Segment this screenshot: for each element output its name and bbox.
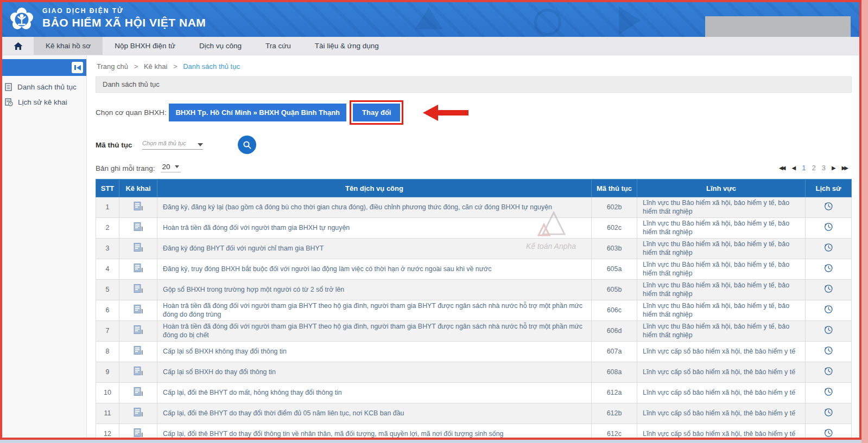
sidebar-collapse-button[interactable] bbox=[72, 62, 83, 73]
page-size-control: Bản ghi mỗi trang: 20 bbox=[96, 163, 181, 172]
table-row: 4 Đăng ký, truy đóng BHXH bắt buộc đối v… bbox=[96, 259, 852, 280]
row-name: Cấp lại, đổi thẻ BHYT do thay đổi thời đ… bbox=[157, 403, 592, 424]
col-header-stt: STT bbox=[96, 179, 119, 197]
breadcrumb-ke-khai[interactable]: Kê khai bbox=[144, 62, 167, 70]
app-titles: GIAO DỊCH ĐIỆN TỬ BẢO HIỂM XÃ HỘI VIỆT N… bbox=[42, 7, 206, 29]
declare-form-icon[interactable] bbox=[133, 366, 144, 376]
table-row: 10 Cấp lại, đổi thẻ BHYT do mất, hỏng kh… bbox=[96, 383, 852, 403]
history-document-icon bbox=[5, 98, 13, 106]
pagination-page-2[interactable]: 2 bbox=[812, 164, 815, 172]
pagination-first-button[interactable]: ◀◀ bbox=[779, 165, 785, 171]
history-icon[interactable] bbox=[823, 263, 833, 273]
table-row: 2 Hoàn trả tiền đã đóng đối với người th… bbox=[96, 218, 852, 239]
nav-item-dich-vu-cong[interactable]: Dịch vụ công bbox=[187, 37, 254, 55]
row-field: Lĩnh vực thu Bảo hiểm xã hội, bảo hiểm y… bbox=[637, 321, 806, 342]
search-icon bbox=[243, 140, 252, 150]
row-stt: 6 bbox=[96, 300, 119, 321]
history-icon[interactable] bbox=[823, 428, 833, 438]
history-icon[interactable] bbox=[823, 201, 833, 211]
pagination-page-1[interactable]: 1 bbox=[802, 164, 806, 172]
history-icon[interactable] bbox=[823, 242, 833, 252]
row-stt: 7 bbox=[96, 321, 119, 342]
declare-form-icon[interactable] bbox=[133, 284, 144, 294]
panel-title: Danh sách thủ tục bbox=[96, 76, 852, 93]
declare-form-icon[interactable] bbox=[133, 222, 144, 232]
row-name: Cấp lại, đổi thẻ BHYT do thay đổi thông … bbox=[157, 424, 592, 438]
sidebar-item-lich-su-ke-khai[interactable]: Lịch sử kê khai bbox=[2, 91, 86, 106]
nav-item-tai-lieu-ung-dung[interactable]: Tài liệu & ứng dụng bbox=[303, 37, 391, 55]
meta-row: Bản ghi mỗi trang: 20 ◀◀ ◀ 1 2 3 ▶ ▶▶ bbox=[96, 163, 852, 172]
history-icon[interactable] bbox=[823, 345, 833, 355]
declare-form-icon[interactable] bbox=[133, 263, 144, 273]
sidebar-header bbox=[2, 59, 86, 76]
sidebar-item-label: Danh sách thủ tục bbox=[17, 83, 77, 91]
row-field: Lĩnh vực thu Bảo hiểm xã hội, bảo hiểm y… bbox=[637, 300, 806, 321]
row-field: Lĩnh vực cấp sổ bảo hiểm xã hội, thẻ bảo… bbox=[637, 424, 806, 438]
col-header-ten-dich-vu-cong: Tên dịch vụ công bbox=[157, 179, 592, 197]
table-row: 6 Hoàn trả tiền đã đóng đối với người th… bbox=[96, 300, 852, 321]
home-button[interactable] bbox=[2, 37, 34, 55]
agency-row: Chọn cơ quan BHXH: BHXH Tp. Hồ Chí Minh … bbox=[96, 100, 852, 125]
row-name: Hoàn trả tiền đã đóng đối với người tham… bbox=[157, 300, 592, 321]
declare-form-icon[interactable] bbox=[133, 242, 144, 253]
declare-form-icon[interactable] bbox=[133, 387, 144, 397]
pagination-last-button[interactable]: ▶▶ bbox=[842, 165, 848, 171]
breadcrumb-trang-chu[interactable]: Trang chủ bbox=[97, 62, 128, 70]
history-icon[interactable] bbox=[823, 284, 833, 293]
content-area: Trang chủ > Kê khai > Danh sách thủ tục … bbox=[87, 55, 859, 438]
decor-triangle bbox=[619, 7, 641, 35]
change-agency-button[interactable]: Thay đổi bbox=[353, 104, 400, 121]
table-row: 3 Đăng ký đóng BHYT đối với người chỉ th… bbox=[96, 239, 852, 259]
row-code: 602c bbox=[592, 218, 637, 239]
col-header-ke-khai: Kê khai bbox=[119, 179, 157, 197]
nav-item-tra-cuu[interactable]: Tra cứu bbox=[254, 37, 303, 55]
row-field: Lĩnh vực thu Bảo hiểm xã hội, bảo hiểm y… bbox=[637, 259, 806, 280]
search-button[interactable] bbox=[238, 136, 256, 154]
page-size-select[interactable]: 20 bbox=[161, 163, 181, 172]
change-button-highlight: Thay đổi bbox=[350, 100, 403, 125]
history-icon[interactable] bbox=[823, 366, 833, 376]
declare-form-icon[interactable] bbox=[133, 201, 144, 211]
row-field: Lĩnh vực thu Bảo hiểm xã hội, bảo hiểm y… bbox=[637, 280, 806, 300]
history-icon[interactable] bbox=[823, 387, 833, 396]
sidebar-item-danh-sach-thu-tuc[interactable]: Danh sách thủ tục bbox=[2, 76, 86, 91]
pagination-next-button[interactable]: ▶ bbox=[832, 165, 836, 171]
row-name: Đăng ký, truy đóng BHXH bắt buộc đối với… bbox=[157, 259, 592, 280]
declare-form-icon[interactable] bbox=[133, 407, 144, 418]
row-stt: 10 bbox=[96, 383, 119, 403]
col-header-linh-vuc: Lĩnh vực bbox=[637, 179, 806, 197]
declare-form-icon[interactable] bbox=[133, 345, 144, 356]
declare-form-icon[interactable] bbox=[133, 304, 144, 314]
row-name: Cấp lại sổ BHXH do thay đổi thông tin bbox=[157, 362, 592, 383]
pagination-page-3[interactable]: 3 bbox=[822, 164, 826, 172]
procedure-code-label: Mã thủ tục bbox=[96, 141, 142, 149]
history-icon[interactable] bbox=[823, 407, 833, 417]
row-stt: 3 bbox=[96, 239, 119, 259]
declare-form-icon[interactable] bbox=[133, 325, 144, 335]
table-row: 5 Gộp sổ BHXH trong trường hợp một người… bbox=[96, 280, 852, 300]
app-subtitle: GIAO DỊCH ĐIỆN TỬ bbox=[42, 7, 206, 15]
row-name: Cấp lại, đổi thẻ BHYT do mất, hỏng không… bbox=[157, 383, 592, 403]
row-field: Lĩnh vực cấp sổ bảo hiểm xã hội, thẻ bảo… bbox=[637, 403, 806, 424]
app-title: BẢO HIỂM XÃ HỘI VIỆT NAM bbox=[42, 16, 206, 29]
chevron-down-icon bbox=[175, 165, 179, 168]
row-field: Lĩnh vực thu Bảo hiểm xã hội, bảo hiểm y… bbox=[637, 218, 806, 239]
pagination-prev-button[interactable]: ◀ bbox=[792, 165, 796, 171]
declare-form-icon[interactable] bbox=[133, 428, 144, 438]
history-icon[interactable] bbox=[823, 222, 833, 232]
history-icon[interactable] bbox=[823, 325, 833, 335]
table-row: 9 Cấp lại sổ BHXH do thay đổi thông tin … bbox=[96, 362, 852, 383]
selected-agency-button[interactable]: BHXH Tp. Hồ Chí Minh » BHXH Quận Bình Th… bbox=[169, 104, 346, 121]
row-code: 606d bbox=[592, 321, 637, 342]
row-code: 608a bbox=[592, 362, 637, 383]
nav-item-ke-khai-ho-so[interactable]: Kê khai hồ sơ bbox=[34, 37, 103, 55]
table-row: 7 Hoàn trả tiền đã đóng đối với người th… bbox=[96, 321, 852, 342]
bhxh-logo-icon bbox=[7, 5, 36, 34]
procedure-code-select[interactable]: Chọn mã thủ tục bbox=[142, 140, 203, 150]
breadcrumb-current: Danh sách thủ tục bbox=[183, 62, 240, 70]
history-icon[interactable] bbox=[823, 304, 833, 314]
row-stt: 2 bbox=[96, 218, 119, 239]
row-field: Lĩnh vực thu Bảo hiểm xã hội, bảo hiểm y… bbox=[637, 239, 806, 259]
row-code: 612c bbox=[592, 424, 637, 438]
nav-item-nop-bhxh-dien-tu[interactable]: Nộp BHXH điện tử bbox=[103, 37, 187, 55]
